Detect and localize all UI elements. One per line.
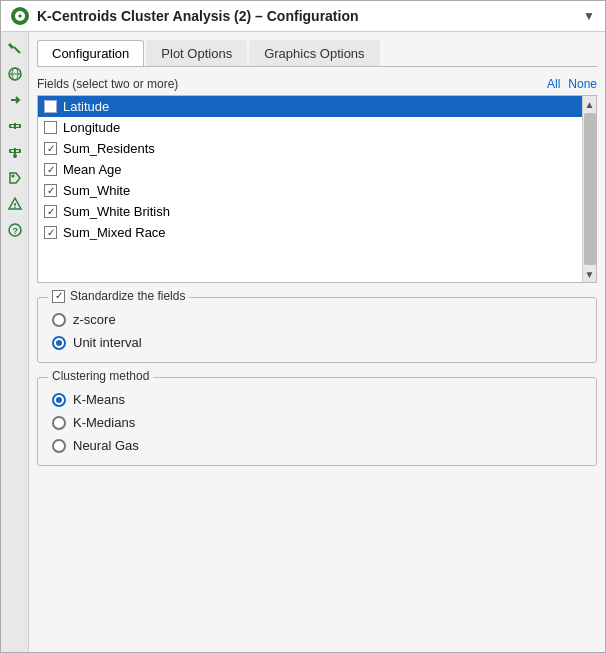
radio-label-std-0: z-score (73, 312, 116, 327)
tabs-bar: Configuration Plot Options Graphics Opti… (37, 40, 597, 67)
fields-scrollbar[interactable]: ▲ ▼ (582, 96, 596, 282)
field-label-3: Mean Age (63, 162, 122, 177)
standardize-option-0[interactable]: z-score (52, 312, 582, 327)
scroll-up-btn[interactable]: ▲ (583, 96, 597, 112)
field-checkbox-5[interactable] (44, 205, 57, 218)
field-checkbox-2[interactable] (44, 142, 57, 155)
field-label-1: Longitude (63, 120, 120, 135)
field-item-0[interactable]: Latitude (38, 96, 596, 117)
clustering-group: Clustering method K-MeansK-MediansNeural… (37, 377, 597, 466)
window-dropdown-icon[interactable]: ▼ (583, 9, 595, 23)
window-title: K-Centroids Cluster Analysis (2) – Confi… (37, 8, 359, 24)
sidebar-tool-btn[interactable] (3, 36, 27, 60)
fields-label: Fields (select two or more) (37, 77, 178, 91)
svg-point-6 (13, 154, 17, 158)
field-label-5: Sum_White British (63, 204, 170, 219)
tab-plot-options[interactable]: Plot Options (146, 40, 247, 66)
all-link[interactable]: All (547, 77, 560, 91)
sidebar-globe-btn[interactable] (3, 62, 27, 86)
none-link[interactable]: None (568, 77, 597, 91)
standardize-checkbox[interactable] (52, 290, 65, 303)
radio-circle-cluster-1[interactable] (52, 416, 66, 430)
field-checkbox-1[interactable] (44, 121, 57, 134)
clustering-option-0[interactable]: K-Means (52, 392, 582, 407)
sidebar-help-btn[interactable]: ? (3, 218, 27, 242)
scroll-down-btn[interactable]: ▼ (583, 266, 597, 282)
field-item-6[interactable]: Sum_Mixed Race (38, 222, 596, 243)
radio-circle-cluster-2[interactable] (52, 439, 66, 453)
radio-label-std-1: Unit interval (73, 335, 142, 350)
scroll-thumb[interactable] (584, 113, 596, 265)
title-icon (11, 7, 29, 25)
clustering-option-2[interactable]: Neural Gas (52, 438, 582, 453)
radio-circle-std-0[interactable] (52, 313, 66, 327)
sidebar: ? (1, 32, 29, 652)
main-window: K-Centroids Cluster Analysis (2) – Confi… (0, 0, 606, 653)
field-checkbox-4[interactable] (44, 184, 57, 197)
content-area: Configuration Plot Options Graphics Opti… (29, 32, 605, 652)
sidebar-exclaim-btn[interactable] (3, 192, 27, 216)
field-item-1[interactable]: Longitude (38, 117, 596, 138)
fields-list: LatitudeLongitudeSum_ResidentsMean AgeSu… (37, 95, 597, 283)
field-label-0: Latitude (63, 99, 109, 114)
field-item-4[interactable]: Sum_White (38, 180, 596, 201)
standardize-group: Standardize the fields z-scoreUnit inter… (37, 297, 597, 363)
svg-text:?: ? (12, 226, 18, 236)
field-label-2: Sum_Residents (63, 141, 155, 156)
field-checkbox-6[interactable] (44, 226, 57, 239)
radio-label-cluster-2: Neural Gas (73, 438, 139, 453)
standardize-legend: Standardize the fields (48, 289, 189, 303)
sidebar-add1-btn[interactable] (3, 114, 27, 138)
field-item-3[interactable]: Mean Age (38, 159, 596, 180)
radio-label-cluster-0: K-Means (73, 392, 125, 407)
clustering-legend: Clustering method (48, 369, 153, 383)
radio-label-cluster-1: K-Medians (73, 415, 135, 430)
sidebar-add2-btn[interactable] (3, 140, 27, 164)
field-item-5[interactable]: Sum_White British (38, 201, 596, 222)
fields-section-header: Fields (select two or more) All None (37, 77, 597, 91)
tab-configuration[interactable]: Configuration (37, 40, 144, 66)
field-item-2[interactable]: Sum_Residents (38, 138, 596, 159)
clustering-label: Clustering method (52, 369, 149, 383)
svg-point-7 (11, 175, 14, 178)
standardize-label: Standardize the fields (70, 289, 185, 303)
field-checkbox-3[interactable] (44, 163, 57, 176)
standardize-option-1[interactable]: Unit interval (52, 335, 582, 350)
sidebar-arrow-btn[interactable] (3, 88, 27, 112)
tab-graphics-options[interactable]: Graphics Options (249, 40, 379, 66)
title-bar: K-Centroids Cluster Analysis (2) – Confi… (1, 1, 605, 32)
field-label-4: Sum_White (63, 183, 130, 198)
field-label-6: Sum_Mixed Race (63, 225, 166, 240)
radio-circle-std-1[interactable] (52, 336, 66, 350)
radio-circle-cluster-0[interactable] (52, 393, 66, 407)
sidebar-tag-btn[interactable] (3, 166, 27, 190)
clustering-option-1[interactable]: K-Medians (52, 415, 582, 430)
svg-point-9 (14, 207, 16, 209)
field-checkbox-0[interactable] (44, 100, 57, 113)
